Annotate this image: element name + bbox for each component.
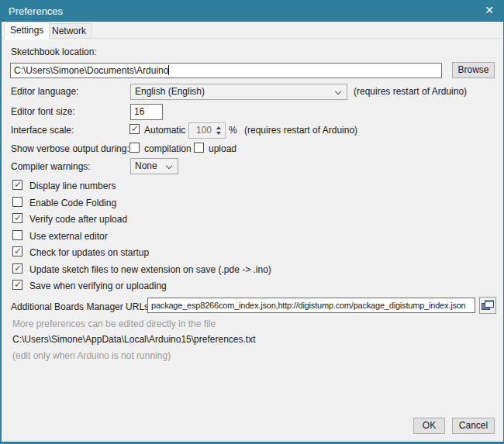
compilation-checkbox[interactable] [129,143,140,153]
compiler-warnings-value: None [135,160,157,171]
editor-font-size-input[interactable]: 16 [130,104,163,120]
option-use-external-editor[interactable]: Use external editor [12,230,447,243]
editor-language-value: English (English) [135,86,205,97]
option-display-line-numbers[interactable]: Display line numbers [12,180,447,192]
sketchbook-input[interactable]: C:\Users\Simone\Documents\Arduino [10,63,442,78]
preferences-file-path: C:\Users\Simone\AppData\Local\Arduino15\… [12,334,256,345]
scale-value: 100 [196,125,212,136]
spinner-up-icon[interactable] [216,126,221,129]
tab-bar: Settings Network [2,22,502,39]
sketchbook-label: Sketchbook location: [11,46,97,57]
cancel-button[interactable]: Cancel [452,418,495,434]
interface-scale-note: (requires restart of Arduino) [244,125,357,136]
percent-label: % [229,125,237,136]
tab-network[interactable]: Network [46,23,92,39]
titlebar[interactable]: Preferences ✕ [0,0,504,22]
option-check-for-updates[interactable]: Check for updates on startup [12,246,447,259]
footer-note-line3: (edit only when Arduino is not running) [12,350,171,361]
editor-language-note: (requires restart of Arduino) [354,86,467,97]
option-update-sketch-files[interactable]: Update sketch files to new extension on … [12,263,447,276]
editor-language-select[interactable]: English (English) [130,84,347,100]
boards-manager-label: Additional Boards Manager URLs: [11,301,151,312]
scale-spinner[interactable]: 100 [188,122,226,139]
checkbox-label: Update sketch files to new extension on … [29,264,271,275]
spinner-down-icon[interactable] [216,132,221,135]
option-save-when-verifying[interactable]: Save when verifying or uploading [12,280,447,292]
checkbox-label: Save when verifying or uploading [29,281,167,291]
chevron-down-icon [335,88,341,95]
boards-manager-value: package_esp8266com_index.json,http://dig… [151,301,466,310]
checkbox-label: Use external editor [29,231,108,242]
text-cursor [168,65,169,75]
boards-manager-dialog-button[interactable] [479,297,496,314]
compiler-warnings-label: Compiler warnings: [11,161,91,172]
sketchbook-value: C:\Users\Simone\Documents\Arduino [14,65,168,76]
preferences-dialog: Preferences ✕ Settings Network Sketchboo… [0,0,504,444]
option-enable-code-folding[interactable]: Enable Code Folding [12,197,447,209]
browse-button[interactable]: Browse [452,62,495,78]
upload-checkbox[interactable] [194,143,204,153]
compiler-warnings-select[interactable]: None [130,158,178,174]
automatic-checkbox[interactable] [129,124,140,134]
boards-manager-input[interactable]: package_esp8266com_index.json,http://dig… [147,298,475,313]
checkbox[interactable] [12,263,22,274]
checkbox-label: Check for updates on startup [29,247,149,258]
checkbox-label: Verify code after upload [29,214,127,225]
checkbox[interactable] [12,180,22,190]
editor-font-size-label: Editor font size: [11,106,75,117]
chevron-down-icon [166,163,172,169]
ok-button[interactable]: OK [413,418,445,434]
checkbox[interactable] [12,246,22,256]
editor-font-size-value: 16 [134,106,144,117]
checkbox-label: Display line numbers [29,181,116,191]
tab-settings[interactable]: Settings [4,22,50,40]
close-icon[interactable]: ✕ [485,4,494,16]
checkbox[interactable] [12,213,22,223]
upload-label: upload [209,143,236,154]
checkbox-label: Enable Code Folding [29,198,116,208]
footer-note-line1: More preferences can be edited directly … [12,318,216,329]
window-title: Preferences [9,5,63,17]
automatic-label: Automatic [144,125,185,136]
checkbox[interactable] [12,230,22,240]
checkbox[interactable] [12,280,22,290]
editor-language-label: Editor language: [11,86,78,97]
verbose-label: Show verbose output during: [11,143,129,154]
checkbox[interactable] [12,197,22,207]
interface-scale-label: Interface scale: [11,125,74,136]
overlapping-windows-icon [482,300,494,310]
option-verify-code-after-upload[interactable]: Verify code after upload [12,213,447,225]
compilation-label: compilation [144,143,192,154]
